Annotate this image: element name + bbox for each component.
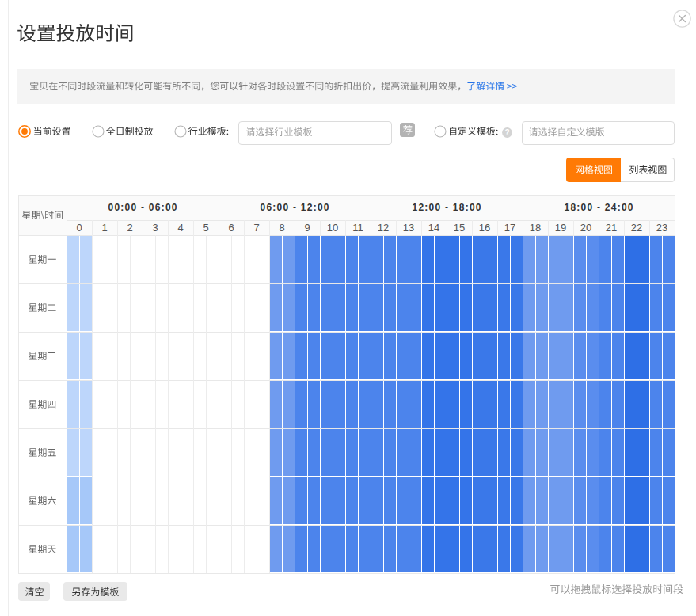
svg-text:?: ? bbox=[505, 128, 510, 137]
